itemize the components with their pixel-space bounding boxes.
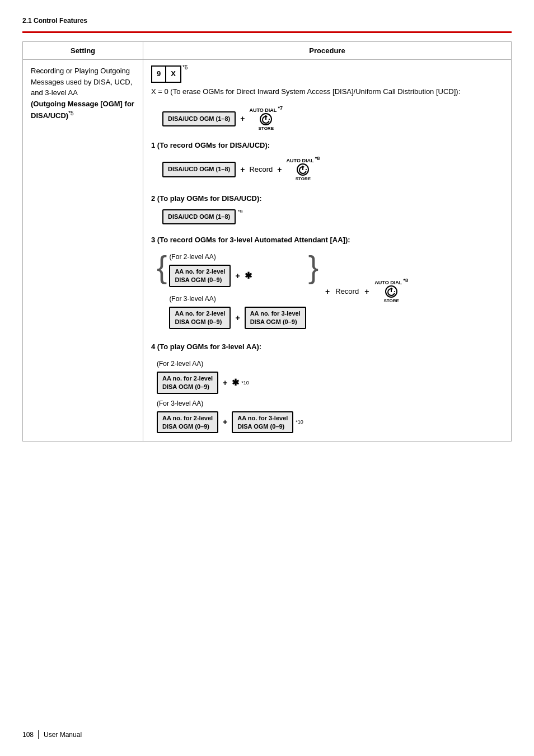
store-label-3: STORE (383, 298, 399, 305)
bracket-right: } (308, 252, 318, 331)
asterisk-super-10a: *10 (241, 379, 249, 387)
plus-7: + (223, 416, 227, 428)
section4-3level: (For 3-level AA) AA no. for 2-levelDISA … (157, 398, 503, 434)
store-label-1: STORE (259, 125, 274, 133)
nine-key: 9 (151, 65, 166, 83)
section1-row: DISA/UCD OGM (1–8) + Record + AUTO DIAL … (162, 156, 503, 183)
store-icon-1 (260, 113, 272, 125)
for-3level-label-4: (For 3-level AA) (157, 398, 503, 409)
aa-3level-box-1: AA no. for 3-levelDISA OGM (0–9) (245, 307, 306, 329)
procedure-cell: 9X *6 X = 0 (To erase OGMs for Direct In… (143, 60, 512, 442)
plus-1: + (240, 112, 245, 125)
section4-2level: (For 2-level AA) AA no. for 2-levelDISA … (157, 359, 503, 394)
col-procedure-header: Procedure (143, 42, 512, 60)
plus-5: + (364, 285, 369, 298)
plus-2: + (240, 163, 245, 176)
aa-2level-box-2: AA no. for 2-levelDISA OGM (0–9) (169, 307, 231, 329)
asterisk-1: ✱ (245, 269, 252, 283)
section4-3level-row: AA no. for 2-levelDISA OGM (0–9) + AA no… (157, 411, 503, 434)
x-equals-line: X = 0 (To erase OGMs for Direct Inward S… (151, 86, 503, 98)
for-2level-aa: (For 2-level AA) AA no. for 2-levelDISA … (169, 252, 306, 289)
aa-3level-box-2: AA no. for 3-levelDISA OGM (0–9) (232, 411, 293, 434)
main-table: Setting Procedure Recording or Playing O… (22, 41, 512, 442)
section2-header: 2 (To play OGMs for DISA/UCD): (151, 193, 503, 205)
svg-point-0 (263, 116, 269, 123)
setting-super: *5 (68, 110, 73, 116)
for-2level-label: (For 2-level AA) (169, 252, 306, 262)
footer-divider (38, 730, 39, 739)
plus-3: + (277, 163, 282, 176)
disa-ucd-ogm-box-3: DISA/UCD OGM (1–8) (162, 209, 236, 225)
record-label-1: Record (249, 164, 273, 176)
page-footer: 108 User Manual (22, 730, 82, 739)
for-3level-row: AA no. for 2-levelDISA OGM (0–9) + AA no… (169, 307, 306, 329)
setting-bold: (Outgoing Message [OGM] for DISA/UCD) (31, 100, 134, 120)
section3-bracket-group: { (For 2-level AA) AA no. for 2-levelDIS… (157, 252, 503, 331)
for-3level-label: (For 3-level AA) (169, 294, 306, 304)
section2-row: DISA/UCD OGM (1–8) *9 (162, 209, 503, 225)
manual-label: User Manual (44, 731, 82, 739)
section-header: 2.1 Control Features (22, 17, 512, 33)
setting-title: Recording or Playing Outgoing Messages u… (31, 67, 132, 97)
section3-right: + Record + AUTO DIAL *8 STORE (323, 278, 408, 305)
setting-cell: Recording or Playing Outgoing Messages u… (23, 60, 143, 442)
disa-ucd-ogm-box-1: DISA/UCD OGM (1–8) (162, 111, 236, 127)
section3-header: 3 (To record OGMs for 3-level Automated … (151, 234, 503, 246)
asterisk-super-10b: *10 (296, 418, 303, 426)
x-key: X (166, 65, 181, 83)
nine-x-super: *6 (182, 63, 188, 72)
store-label-2: STORE (296, 176, 311, 183)
for-2level-label-4: (For 2-level AA) (157, 359, 503, 369)
svg-point-2 (299, 167, 306, 173)
svg-point-4 (388, 289, 395, 295)
store-icon-3 (385, 285, 397, 298)
plus-6: + (223, 377, 227, 389)
section0-row: DISA/UCD OGM (1–8) + AUTO DIAL *7 STORE (162, 106, 503, 133)
auto-dial-super-3: *8 (404, 278, 409, 283)
ogm-super-9: *9 (238, 209, 243, 214)
aa-2level-box-3: AA no. for 2-levelDISA OGM (0–9) (157, 372, 218, 394)
auto-dial-label-1: AUTO DIAL *7 (249, 106, 283, 113)
record-label-2: Record (335, 286, 359, 298)
plus-aa-1: + (235, 270, 240, 282)
plus-4: + (325, 285, 330, 298)
plus-aa-2: + (235, 312, 240, 324)
store-icon-2 (297, 163, 309, 176)
section1-header: 1 (To record OGMs for DISA/UCD): (151, 140, 503, 152)
aa-2level-box-4: AA no. for 2-levelDISA OGM (0–9) (157, 411, 218, 434)
auto-dial-super-1: *7 (278, 105, 283, 111)
col-setting-header: Setting (23, 42, 143, 60)
for-3level-aa: (For 3-level AA) AA no. for 2-levelDISA … (169, 294, 306, 331)
bracket-left: { (157, 252, 167, 331)
for-2level-row: AA no. for 2-levelDISA OGM (0–9) + ✱ (169, 265, 306, 287)
auto-dial-super-2: *8 (315, 156, 320, 161)
disa-ucd-ogm-box-2: DISA/UCD OGM (1–8) (162, 162, 236, 177)
nine-x-row: 9X *6 (151, 65, 503, 83)
section4-header: 4 (To play OGMs for 3-level AA): (151, 341, 503, 353)
table-row: Recording or Playing Outgoing Messages u… (23, 60, 512, 442)
section4-2level-row: AA no. for 2-levelDISA OGM (0–9) + ✱ *10 (157, 372, 503, 394)
asterisk-2: ✱ (232, 375, 239, 390)
aa-2level-box-1: AA no. for 2-levelDISA OGM (0–9) (169, 265, 231, 287)
page-number: 108 (22, 731, 34, 739)
